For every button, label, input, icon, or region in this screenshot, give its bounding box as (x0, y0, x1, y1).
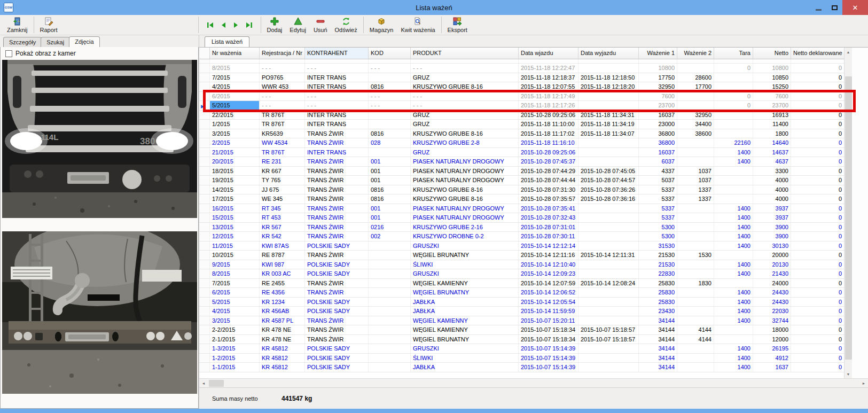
cell[interactable]: 14640 (753, 138, 791, 147)
cell[interactable]: INTER TRANS (305, 120, 369, 129)
cell[interactable]: GRUZ (411, 148, 519, 157)
cell[interactable]: KR 478 NE (260, 335, 305, 344)
row-selector[interactable] (199, 148, 210, 157)
column-header-7[interactable]: Ważenie 1 (639, 48, 677, 59)
cell[interactable]: WĘGIEL KAMIENNY (411, 279, 519, 288)
cell[interactable]: 13/2015 (210, 223, 260, 232)
table-row[interactable]: 9/2015KWI 987POLSKIE SADYŚLIWKI2015-10-1… (199, 260, 844, 270)
horizontal-scroll-thumb[interactable] (209, 380, 224, 387)
cell[interactable]: JABŁKA (411, 363, 519, 372)
table-row[interactable]: 3/2015KR 4587 PLTRANS ŻWIRWĘGIEL KAMIENN… (199, 316, 844, 326)
cell[interactable]: 0 (791, 82, 844, 91)
tab-szczegoly[interactable]: Szczegóły (3, 37, 42, 47)
cell[interactable]: WĘGIEL KAMIENNY (411, 325, 519, 334)
column-header-4[interactable]: PRODUKT (411, 48, 519, 59)
cell[interactable]: 1400 (714, 288, 753, 297)
cell[interactable]: 2015-10-14 12:05:54 (519, 298, 578, 307)
cell[interactable]: 2015-10-28 07:45:05 (578, 167, 639, 176)
cell[interactable] (677, 354, 714, 363)
cell[interactable]: 14/2015 (210, 185, 260, 194)
cell[interactable]: 30130 (753, 241, 791, 251)
cell[interactable]: 2015-11-18 12:17:26 (519, 101, 578, 110)
cell[interactable]: 34144 (639, 363, 677, 372)
cell[interactable]: INTER TRANS (305, 111, 369, 120)
table-row[interactable]: 1-1/2015KR 45812POLSKIE SADYJABŁKA2015-1… (199, 363, 844, 372)
cell[interactable]: 2015-10-14 11:59:59 (519, 307, 578, 316)
row-selector[interactable] (199, 194, 210, 204)
cell[interactable]: 1400 (714, 354, 753, 363)
cell[interactable]: 2015-11-18 12:22:47 (519, 64, 578, 73)
cell[interactable]: 4912 (753, 354, 791, 363)
cell[interactable] (369, 241, 411, 251)
cell[interactable]: 2015-10-28 07:30:11 (519, 232, 578, 241)
cell[interactable]: - - - (411, 101, 519, 110)
cell[interactable]: 2015-10-28 07:44:29 (519, 167, 578, 176)
cell[interactable] (369, 344, 411, 353)
cell[interactable]: - - - (369, 92, 411, 101)
cell[interactable]: 001 (369, 167, 411, 176)
table-row[interactable]: 2/2015WW 4534TRANS ŻWIR028KRUSZYWO GRUBE… (199, 138, 844, 148)
cell[interactable]: - - - (305, 101, 369, 110)
cell[interactable] (369, 316, 411, 325)
vertical-scrollbar[interactable]: ▲ ▼ (844, 48, 852, 378)
cell[interactable]: 0 (791, 148, 844, 157)
table-row[interactable]: 3/2015KR5639TRANS ŻWIR0816KRUSZYWO GRUBE… (199, 129, 844, 139)
cell[interactable] (677, 307, 714, 316)
cell[interactable]: KR 003 AC (260, 269, 305, 278)
cell[interactable]: 16913 (753, 111, 791, 120)
cell[interactable]: 7600 (753, 92, 791, 101)
column-header-9[interactable]: Tara (714, 48, 753, 59)
cell[interactable] (578, 363, 639, 372)
cell[interactable]: 4337 (639, 167, 677, 176)
cell[interactable]: KR 45812 (260, 363, 305, 372)
cell[interactable]: 16/2015 (210, 204, 260, 213)
cell[interactable]: WWR 453 (260, 82, 305, 91)
cell[interactable]: 6/2015 (210, 288, 260, 297)
cell[interactable]: TRANS ŻWIR (305, 251, 369, 260)
cell[interactable]: PIASEK NATURALNY DROGOWY (411, 204, 519, 213)
row-selector[interactable] (199, 176, 210, 185)
cell[interactable]: 2015-11-18 11:16:10 (519, 138, 578, 147)
cell[interactable]: TRANS ŻWIR (305, 288, 369, 297)
cell[interactable]: 2015-11-18 12:17:49 (519, 92, 578, 101)
cell[interactable]: POLSKIE SADY (305, 241, 369, 251)
nav-next-button[interactable] (231, 20, 241, 30)
cell[interactable]: 34144 (639, 344, 677, 353)
cell[interactable] (677, 157, 714, 166)
close-button[interactable]: ✕ (842, 0, 868, 15)
cell[interactable]: - - - (260, 101, 305, 110)
cell[interactable]: RE 8787 (260, 251, 305, 260)
cell[interactable]: KWI 87AS (260, 241, 305, 251)
cell[interactable] (369, 298, 411, 307)
row-selector[interactable] (199, 138, 210, 147)
row-selector[interactable] (199, 92, 210, 101)
row-selector[interactable] (199, 288, 210, 297)
cell[interactable]: 0 (791, 111, 844, 120)
cell[interactable]: 1037 (677, 176, 714, 185)
table-row[interactable]: 18/2015KR 667TRANS ŻWIR001PIASEK NATURAL… (199, 167, 844, 176)
cell[interactable] (578, 241, 639, 251)
cell[interactable]: KR 456AB (260, 307, 305, 316)
cell[interactable]: 0 (791, 316, 844, 325)
row-selector[interactable] (199, 279, 210, 288)
row-selector[interactable] (199, 307, 210, 316)
cell[interactable]: 2-1/2015 (210, 335, 260, 344)
cell[interactable]: 2015-11-18 12:18:20 (578, 82, 639, 91)
cell[interactable]: 2015-10-07 15:18:34 (519, 325, 578, 334)
cell[interactable]: 0 (791, 213, 844, 222)
cell[interactable]: ŚLIWKI (411, 260, 519, 269)
row-selector[interactable] (199, 251, 210, 260)
vertical-scroll-thumb[interactable] (845, 76, 852, 360)
cell[interactable]: 2015-10-14 12:06:52 (519, 288, 578, 297)
row-selector[interactable] (199, 64, 210, 73)
cell[interactable] (369, 279, 411, 288)
cell[interactable]: WĘGIEL KAMIENNY (411, 316, 519, 325)
cell[interactable]: 0816 (369, 185, 411, 194)
cell[interactable]: 4000 (753, 176, 791, 185)
scroll-right-icon[interactable]: ► (859, 379, 868, 388)
cell[interactable]: 4/2015 (210, 82, 260, 91)
cell[interactable] (714, 325, 753, 334)
table-row[interactable]: 14/2015JJ 675TRANS ŻWIR0816KRUSZYWO GRUB… (199, 185, 844, 195)
cell[interactable]: RE 4356 (260, 288, 305, 297)
cell[interactable]: 23000 (639, 120, 677, 129)
